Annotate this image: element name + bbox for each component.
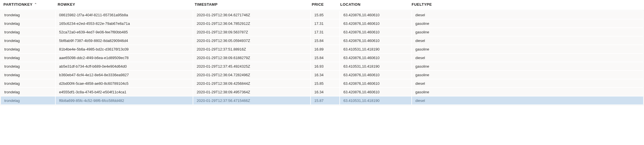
cell-location: 63.420876,10.460610 xyxy=(340,71,411,79)
table-header-row: PARTITIONKEY ⌃ ROWKEY TIMESTAMP PRICE LO… xyxy=(0,0,644,10)
cell-fueltype: gasoline xyxy=(412,62,643,70)
cell-timestamp: 2020-01-29T12:37:45.4924325Z xyxy=(193,62,310,70)
cell-fueltype: diesel xyxy=(412,37,643,45)
cell-price: 15.85 xyxy=(311,79,339,87)
cell-timestamp: 2020-01-29T12:37:51.88916Z xyxy=(193,45,310,53)
cell-timestamp: 2020-01-29T12:38:09.4957364Z xyxy=(193,88,310,96)
cell-partitionkey: trondelag xyxy=(1,28,55,36)
cell-timestamp: 2020-01-29T12:38:09.4256844Z xyxy=(193,79,310,87)
cell-timestamp: 2020-01-29T12:38:09.563787Z xyxy=(193,28,310,36)
cell-fueltype: diesel xyxy=(412,79,643,87)
table-row[interactable]: trondelag08615982-1f7a-404f-8211-657361a… xyxy=(1,11,643,19)
table-row[interactable]: trondelagb360eb47-6cf4-4e12-8e64-8e3336e… xyxy=(1,71,643,79)
cell-partitionkey: trondelag xyxy=(1,37,55,45)
cell-price: 17.31 xyxy=(311,19,339,27)
table-row[interactable]: trondelag5bf8ab9f-7387-4b59-8802-8da8290… xyxy=(1,37,643,45)
column-header-label: LOCATION xyxy=(340,2,361,7)
cell-partitionkey: trondelag xyxy=(1,96,55,104)
table-row[interactable]: trondelag165c6234-e2ed-4553-822e-79ab67e… xyxy=(1,19,643,27)
table-row[interactable]: trondelagaae65098-ddc2-4f49-b6ea-e1d8950… xyxy=(1,54,643,62)
cell-location: 63.420876,10.460610 xyxy=(340,19,411,27)
cell-rowkey: ab5e31df-b734-4cff-b689-0e4e904d64d0 xyxy=(56,62,193,70)
cell-rowkey: 165c6234-e2ed-4553-822e-79ab67e8a71a xyxy=(56,19,193,27)
cell-location: 63.420876,10.460610 xyxy=(340,79,411,87)
cell-price: 16.34 xyxy=(311,88,339,96)
cell-timestamp: 2020-01-29T12:38:09.6188279Z xyxy=(193,54,310,62)
table-row[interactable]: trondelag52ca72a0-e639-4ed7-9e06-fee7f80… xyxy=(1,28,643,36)
column-header-label: PARTITIONKEY xyxy=(3,2,33,7)
cell-rowkey: d2bd00f4-5cae-4858-ae80-8c60789104c5 xyxy=(56,79,193,87)
cell-partitionkey: trondelag xyxy=(1,54,55,62)
cell-partitionkey: trondelag xyxy=(1,62,55,70)
cell-rowkey: 52ca72a0-e639-4ed7-9e06-fee7f80bb485 xyxy=(56,28,193,36)
cell-location: 63.410531,10.418190 xyxy=(340,62,411,70)
cell-partitionkey: trondelag xyxy=(1,79,55,87)
cell-price: 17.31 xyxy=(311,28,339,36)
cell-rowkey: 81b4be4e-5b6a-4985-bd2c-d36176f13c09 xyxy=(56,45,193,53)
cell-fueltype: gasoline xyxy=(412,71,643,79)
cell-partitionkey: trondelag xyxy=(1,11,55,19)
cell-rowkey: e4555df1-3c8a-4745-b4f2-e504f11c4ca1 xyxy=(56,88,193,96)
cell-location: 63.420876,10.460610 xyxy=(340,88,411,96)
cell-price: 15.84 xyxy=(311,54,339,62)
column-header-timestamp[interactable]: TIMESTAMP xyxy=(191,2,308,7)
cell-rowkey: 5bf8ab9f-7387-4b59-8802-8da8290946d4 xyxy=(56,37,193,45)
cell-location: 63.410531,10.418190 xyxy=(340,45,411,53)
cell-price: 16.89 xyxy=(311,45,339,53)
table-row[interactable]: trondelagd2bd00f4-5cae-4858-ae80-8c60789… xyxy=(1,79,643,87)
table-row[interactable]: trondelagab5e31df-b734-4cff-b689-0e4e904… xyxy=(1,62,643,70)
column-header-label: FUELTYPE xyxy=(412,2,432,7)
cell-fueltype: gasoline xyxy=(412,28,643,36)
cell-partitionkey: trondelag xyxy=(1,45,55,53)
column-header-price[interactable]: PRICE xyxy=(308,2,337,7)
cell-price: 16.34 xyxy=(311,71,339,79)
table-body: trondelag08615982-1f7a-404f-8211-657361a… xyxy=(0,10,644,105)
cell-price: 15.85 xyxy=(311,11,339,19)
column-header-location[interactable]: LOCATION xyxy=(337,2,408,7)
cell-fueltype: diesel xyxy=(412,54,643,62)
cell-location: 63.420876,10.460610 xyxy=(340,54,411,62)
cell-partitionkey: trondelag xyxy=(1,19,55,27)
cell-rowkey: f6b8a699-85fc-4c52-98f6-6fcc58fdd482 xyxy=(56,96,193,104)
cell-rowkey: 08615982-1f7a-404f-8211-657361a95b8a xyxy=(56,11,193,19)
cell-price: 15.87 xyxy=(311,96,339,104)
cell-location: 63.420876,10.460610 xyxy=(340,28,411,36)
cell-location: 63.410531,10.418190 xyxy=(340,96,411,104)
cell-partitionkey: trondelag xyxy=(1,71,55,79)
column-header-label: TIMESTAMP xyxy=(195,2,218,7)
cell-timestamp: 2020-01-29T12:36:05.0594937Z xyxy=(193,37,310,45)
column-header-label: ROWKEY xyxy=(58,2,75,7)
column-header-fueltype[interactable]: FUELTYPE xyxy=(408,2,644,7)
cell-fueltype: gasoline xyxy=(412,88,643,96)
column-header-rowkey[interactable]: ROWKEY xyxy=(54,2,191,7)
column-header-label: PRICE xyxy=(312,2,324,7)
column-header-partitionkey[interactable]: PARTITIONKEY ⌃ xyxy=(0,2,54,7)
cell-price: 16.93 xyxy=(311,62,339,70)
cell-fueltype: gasoline xyxy=(412,45,643,53)
sort-asc-icon: ⌃ xyxy=(34,3,37,6)
cell-fueltype: diesel xyxy=(412,96,643,104)
table-row[interactable]: trondelage4555df1-3c8a-4745-b4f2-e504f11… xyxy=(1,88,643,96)
cell-location: 63.420876,10.460610 xyxy=(340,11,411,19)
cell-rowkey: aae65098-ddc2-4f49-b6ea-e1d89509ec78 xyxy=(56,54,193,62)
cell-timestamp: 2020-01-29T12:37:56.4715466Z xyxy=(193,96,310,104)
cell-timestamp: 2020-01-29T12:36:04.7282496Z xyxy=(193,71,310,79)
cell-fueltype: diesel xyxy=(412,11,643,19)
table-row[interactable]: trondelag81b4be4e-5b6a-4985-bd2c-d36176f… xyxy=(1,45,643,53)
cell-fueltype: gasoline xyxy=(412,19,643,27)
cell-price: 15.84 xyxy=(311,37,339,45)
cell-timestamp: 2020-01-29T12:36:04.6271746Z xyxy=(193,11,310,19)
cell-rowkey: b360eb47-6cf4-4e12-8e64-8e3336ea9827 xyxy=(56,71,193,79)
table-row[interactable]: trondelagf6b8a699-85fc-4c52-98f6-6fcc58f… xyxy=(1,96,643,104)
cell-location: 63.420876,10.460610 xyxy=(340,37,411,45)
cell-timestamp: 2020-01-29T12:36:04.7852912Z xyxy=(193,19,310,27)
cell-partitionkey: trondelag xyxy=(1,88,55,96)
entity-table: PARTITIONKEY ⌃ ROWKEY TIMESTAMP PRICE LO… xyxy=(0,0,644,105)
